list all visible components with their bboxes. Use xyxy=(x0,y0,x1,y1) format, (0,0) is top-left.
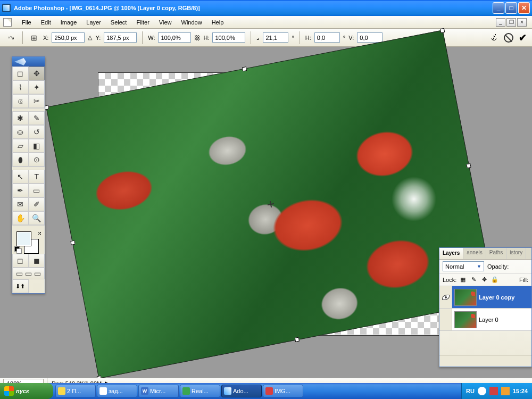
default-colors-icon[interactable] xyxy=(14,246,22,253)
screen-mode-button[interactable]: ▭ ▭ ▭ xyxy=(12,268,45,279)
y-input[interactable] xyxy=(104,32,137,43)
taskbar-item[interactable]: 2 П... xyxy=(55,385,96,397)
cancel-transform-button[interactable] xyxy=(504,33,513,43)
menu-help[interactable]: Help xyxy=(207,18,229,27)
slice-tool[interactable]: ✂ xyxy=(29,94,45,108)
tab-channels[interactable]: annels xyxy=(463,248,486,259)
mdi-minimize-button[interactable]: _ xyxy=(496,18,505,27)
dodge-tool[interactable]: ⊙ xyxy=(29,153,45,167)
swap-colors-icon[interactable]: ⤭ xyxy=(37,230,41,236)
standard-mode-button[interactable]: ◻ xyxy=(12,254,29,268)
document-icon[interactable] xyxy=(3,18,12,27)
tray-icon[interactable] xyxy=(489,387,498,395)
layer-name[interactable]: Layer 0 copy xyxy=(479,294,514,301)
menu-select[interactable]: Select xyxy=(106,18,132,27)
tray-icon[interactable] xyxy=(501,387,510,395)
lock-position-icon[interactable]: ✥ xyxy=(480,276,488,284)
skew-h-input[interactable] xyxy=(314,32,340,43)
app-icon xyxy=(224,387,231,395)
layer-visibility-toggle[interactable] xyxy=(439,309,452,330)
hand-tool[interactable]: ✋ xyxy=(12,211,29,225)
mdi-restore-button[interactable]: ❐ xyxy=(506,18,516,27)
marquee-tool[interactable]: ◻ xyxy=(12,66,29,80)
layer-name[interactable]: Layer 0 xyxy=(479,317,498,323)
stamp-tool[interactable]: ⛀ xyxy=(12,125,29,139)
lock-label: Lock: xyxy=(443,277,456,283)
history-brush-tool[interactable]: ↺ xyxy=(29,125,45,139)
close-button[interactable]: ✕ xyxy=(518,2,530,14)
minimize-button[interactable]: _ xyxy=(493,2,504,14)
foreground-color-swatch[interactable] xyxy=(16,231,31,246)
link-icon[interactable]: ⛓ xyxy=(194,35,200,41)
eraser-tool[interactable]: ▱ xyxy=(12,139,29,153)
tray-icon[interactable] xyxy=(478,387,486,395)
shape-tool[interactable]: ▭ xyxy=(29,184,45,197)
taskbar-item-label: Ado... xyxy=(233,388,248,394)
tab-paths[interactable]: Paths xyxy=(486,248,507,259)
move-tool[interactable]: ✥ xyxy=(29,66,45,80)
menu-filter[interactable]: Filter xyxy=(131,18,154,27)
lock-row: Lock: ▦ ✎ ✥ 🔒 Fill: xyxy=(439,273,531,286)
taskbar-item[interactable]: Real... xyxy=(180,385,220,397)
lock-all-icon[interactable]: 🔒 xyxy=(491,276,499,284)
taskbar-item[interactable]: Ado... xyxy=(221,385,262,397)
tab-layers[interactable]: Layers xyxy=(439,248,463,259)
blur-tool[interactable]: ⬮ xyxy=(12,153,29,167)
layer-thumbnail[interactable] xyxy=(454,289,477,306)
notes-tool[interactable]: ✉ xyxy=(12,197,29,211)
separator xyxy=(22,31,23,44)
taskbar-item-label: зад... xyxy=(109,388,123,394)
quickmask-mode-button[interactable]: ◼ xyxy=(29,254,45,268)
menu-view[interactable]: View xyxy=(154,18,177,27)
document-canvas[interactable] xyxy=(98,72,444,336)
taskbar-item[interactable]: зад... xyxy=(97,385,137,397)
lock-pixels-icon[interactable]: ✎ xyxy=(469,276,478,284)
type-tool[interactable]: T xyxy=(29,170,45,184)
layer-visibility-toggle[interactable] xyxy=(439,286,452,308)
layer-row[interactable]: Layer 0 copy xyxy=(439,286,531,309)
lasso-tool[interactable]: ⌇ xyxy=(12,80,29,94)
transform-tool-icon[interactable]: ▫↘ xyxy=(5,32,17,44)
taskbar-item[interactable]: WMicr... xyxy=(138,385,179,397)
pen-tool[interactable]: ✒ xyxy=(12,184,29,197)
menu-file[interactable]: File xyxy=(17,18,36,27)
mdi-close-button[interactable]: × xyxy=(517,18,527,27)
warp-icon[interactable]: ⫝̸ xyxy=(490,33,498,43)
language-indicator[interactable]: RU xyxy=(466,388,475,394)
menu-layer[interactable]: Layer xyxy=(81,18,106,27)
start-button[interactable]: пуск xyxy=(0,383,53,399)
jump-to-imageready-button[interactable]: ⬇⬆ xyxy=(12,279,29,293)
x-input[interactable] xyxy=(52,32,85,43)
separator xyxy=(251,31,251,44)
lock-transparency-icon[interactable]: ▦ xyxy=(459,276,467,284)
commit-transform-button[interactable]: ✔ xyxy=(519,32,527,44)
skew-v-input[interactable] xyxy=(357,32,383,43)
reference-point-icon[interactable]: ⊞ xyxy=(28,32,40,44)
height-input[interactable] xyxy=(212,32,245,43)
menu-window[interactable]: Window xyxy=(177,18,207,27)
clock[interactable]: 15:24 xyxy=(513,388,528,394)
healing-tool[interactable]: ✱ xyxy=(12,111,29,125)
blend-mode-select[interactable]: Normal ▼ xyxy=(443,261,484,271)
crop-tool[interactable]: ⟃ xyxy=(12,94,29,108)
path-select-tool[interactable]: ↖ xyxy=(12,170,29,184)
dropdown-icon: ▼ xyxy=(477,264,481,269)
triangle-icon[interactable]: △ xyxy=(88,34,92,41)
layer-thumbnail[interactable] xyxy=(454,311,477,328)
menu-edit[interactable]: Edit xyxy=(36,18,56,27)
toolbox-titlebar[interactable] xyxy=(12,57,45,66)
window-controls: _ □ ✕ xyxy=(493,2,530,14)
gradient-tool[interactable]: ◧ xyxy=(29,139,45,153)
maximize-button[interactable]: □ xyxy=(505,2,517,14)
width-input[interactable] xyxy=(158,32,191,43)
wand-tool[interactable]: ✦ xyxy=(29,80,45,94)
angle-input[interactable] xyxy=(263,32,288,43)
eyedropper-tool[interactable]: ✐ xyxy=(29,197,45,211)
zoom-tool[interactable]: 🔍 xyxy=(29,211,45,225)
tab-history[interactable]: istory xyxy=(506,248,526,259)
brush-tool[interactable]: ✎ xyxy=(29,111,45,125)
layer-row[interactable]: Layer 0 xyxy=(439,309,531,331)
menu-image[interactable]: Image xyxy=(56,18,82,27)
options-bar: ▫↘ ⊞ X: △ Y: W: ⛓ H: ⦟ ° H: ° V: ⫝̸ ✔ xyxy=(0,29,532,47)
taskbar-item[interactable]: IMG... xyxy=(263,385,303,397)
